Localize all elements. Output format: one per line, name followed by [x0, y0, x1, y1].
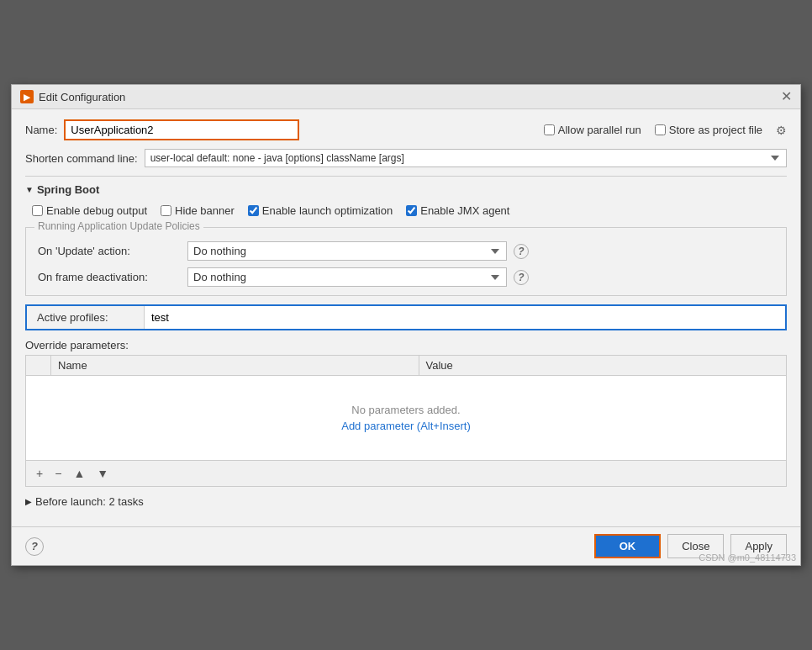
help-button[interactable]: ? [25, 537, 44, 556]
on-frame-help-icon[interactable]: ? [514, 270, 529, 285]
params-col-name-header: Name [51, 356, 419, 375]
active-profiles-label: Active profiles: [27, 306, 145, 329]
dialog-title: Edit Configuration [39, 91, 125, 103]
params-col-value-header: Value [419, 356, 787, 375]
add-param-link[interactable]: Add parameter (Alt+Insert) [341, 420, 471, 432]
allow-parallel-run-checkbox[interactable]: Allow parallel run [544, 124, 641, 136]
bottom-bar: ? OK Close Apply [12, 526, 800, 565]
params-body: No parameters added. Add parameter (Alt+… [26, 376, 786, 460]
params-table-header: Name Value [26, 356, 786, 376]
close-icon[interactable]: ✕ [781, 90, 792, 103]
on-update-help-icon[interactable]: ? [514, 244, 529, 259]
no-params-text: No parameters added. [351, 404, 460, 416]
name-label: Name: [25, 124, 57, 136]
title-bar: ▶ Edit Configuration ✕ [12, 85, 800, 109]
params-toolbar: + − ▲ ▼ [26, 460, 786, 486]
add-param-button[interactable]: + [31, 464, 48, 483]
app-icon: ▶ [20, 90, 34, 103]
hide-banner-checkbox[interactable]: Hide banner [161, 204, 235, 217]
active-profiles-section: Active profiles: [25, 304, 787, 330]
before-launch-section: ▶ Before launch: 2 tasks [25, 495, 787, 508]
enable-jmx-agent-checkbox[interactable]: Enable JMX agent [406, 204, 509, 217]
override-params-label: Override parameters: [25, 339, 787, 351]
ok-button[interactable]: OK [594, 534, 662, 558]
on-update-label: On 'Update' action: [38, 245, 181, 257]
override-params-section: Override parameters: Name Value No param… [25, 339, 787, 487]
spring-boot-title: Spring Boot [37, 183, 99, 196]
name-input[interactable] [64, 119, 299, 140]
params-table: Name Value No parameters added. Add para… [25, 355, 787, 487]
move-down-button[interactable]: ▼ [92, 464, 113, 483]
enable-debug-output-checkbox[interactable]: Enable debug output [32, 204, 147, 217]
move-up-button[interactable]: ▲ [68, 464, 90, 483]
watermark: CSDN @m0_48114733 [699, 552, 796, 563]
before-launch-label: Before launch: 2 tasks [35, 495, 144, 508]
on-frame-select[interactable]: Do nothing [187, 267, 507, 287]
policies-legend: Running Application Update Policies [34, 220, 203, 232]
on-frame-label: On frame deactivation: [38, 271, 181, 283]
params-col-check [26, 356, 51, 375]
shorten-select[interactable]: user-local default: none - java [options… [145, 149, 787, 167]
gear-icon[interactable]: ⚙ [776, 124, 787, 137]
on-update-select[interactable]: Do nothing [187, 241, 507, 261]
enable-launch-optimization-checkbox[interactable]: Enable launch optimization [248, 204, 393, 217]
remove-param-button[interactable]: − [50, 464, 66, 483]
spring-boot-collapse-icon[interactable]: ▼ [25, 185, 34, 194]
store-as-project-file-checkbox[interactable]: Store as project file [655, 124, 762, 136]
active-profiles-input[interactable] [145, 306, 785, 329]
before-launch-collapse-icon[interactable]: ▶ [25, 497, 32, 506]
shorten-label: Shorten command line: [25, 152, 138, 165]
